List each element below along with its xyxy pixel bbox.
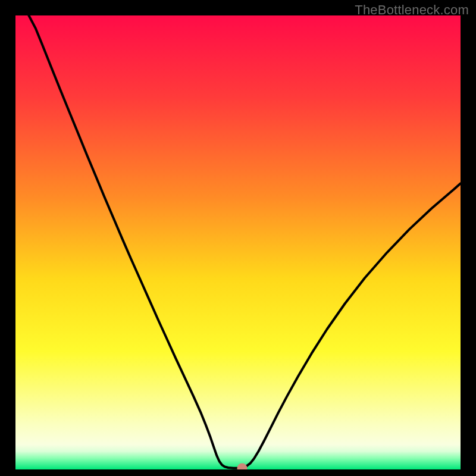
chart-container: TheBottleneck.com — [0, 0, 476, 476]
plot-area — [15, 15, 461, 469]
chart-svg — [15, 15, 461, 469]
watermark-text: TheBottleneck.com — [355, 2, 469, 18]
marker-dot — [237, 463, 248, 469]
gradient-background — [15, 15, 461, 469]
